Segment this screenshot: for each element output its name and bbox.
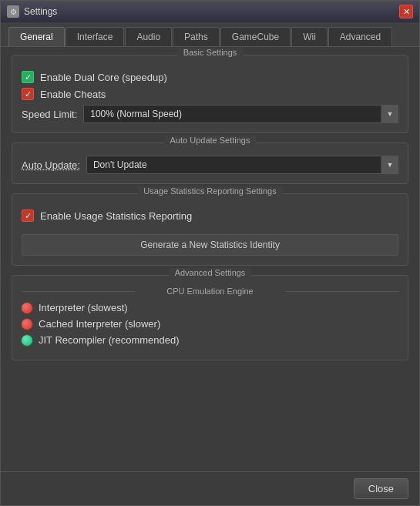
speed-limit-label: Speed Limit: (22, 109, 77, 120)
enable-dual-core-row: ✓ Enable Dual Core (speedup) (22, 71, 398, 83)
jit-recompiler-row: JIT Recompiler (recommended) (22, 334, 398, 346)
tab-interface[interactable]: Interface (66, 27, 125, 46)
tab-general[interactable]: General (8, 27, 65, 46)
auto-update-section: Auto Update Settings Auto Update: Don't … (12, 142, 408, 184)
check-mark-icon: ✓ (25, 73, 32, 82)
auto-update-select[interactable]: Don't Update (86, 156, 398, 174)
enable-dual-core-checkbox[interactable]: ✓ (22, 71, 34, 83)
main-content: Basic Settings ✓ Enable Dual Core (speed… (1, 47, 419, 471)
enable-cheats-label: Enable Cheats (40, 89, 106, 100)
auto-update-select-wrapper: Don't Update (86, 156, 398, 174)
enable-usage-stats-checkbox[interactable]: ✓ (22, 209, 34, 222)
title-bar-left: ⚙ Settings (7, 5, 57, 18)
basic-settings-section: Basic Settings ✓ Enable Dual Core (speed… (12, 55, 408, 133)
interpreter-label: Interpreter (slowest) (39, 302, 128, 313)
footer: Close (1, 471, 419, 505)
usage-stats-section: Usage Statistics Reporting Settings ✓ En… (12, 193, 408, 266)
window-title: Settings (24, 6, 57, 17)
tab-gamecube[interactable]: GameCube (220, 27, 291, 46)
interpreter-radio[interactable] (22, 303, 32, 313)
auto-update-label: Auto Update: (22, 159, 80, 171)
jit-recompiler-label: JIT Recompiler (recommended) (39, 334, 180, 346)
tab-paths[interactable]: Paths (173, 27, 220, 46)
usage-stats-title: Usage Statistics Reporting Settings (137, 186, 282, 196)
tab-advanced[interactable]: Advanced (328, 27, 392, 46)
enable-usage-stats-row: ✓ Enable Usage Statistics Reporting (22, 209, 398, 222)
enable-cheats-row: ✓ Enable Cheats (22, 88, 398, 100)
auto-update-title: Auto Update Settings (164, 136, 257, 145)
window-close-button[interactable]: ✕ (399, 5, 413, 18)
title-bar: ⚙ Settings ✕ (1, 1, 419, 22)
auto-update-row: Auto Update: Don't Update (22, 156, 398, 174)
tab-audio[interactable]: Audio (125, 27, 172, 46)
speed-limit-row: Speed Limit: 100% (Normal Speed) (22, 105, 398, 123)
enable-dual-core-label: Enable Dual Core (speedup) (40, 72, 167, 83)
tab-wii[interactable]: Wii (291, 27, 328, 46)
close-button[interactable]: Close (354, 478, 408, 499)
speed-limit-select[interactable]: 100% (Normal Speed) (83, 105, 398, 123)
advanced-settings-section: Advanced Settings CPU Emulation Engine I… (12, 275, 408, 360)
generate-stats-identity-button[interactable]: Generate a New Statistics Identity (22, 234, 398, 256)
check-mark-cheats-icon: ✓ (25, 90, 32, 99)
cached-interpreter-row: Cached Interpreter (slower) (22, 318, 398, 330)
basic-settings-title: Basic Settings (177, 48, 244, 57)
speed-limit-select-wrapper: 100% (Normal Speed) (83, 105, 398, 123)
advanced-settings-title: Advanced Settings (169, 268, 252, 277)
app-icon: ⚙ (7, 5, 19, 18)
cached-interpreter-radio[interactable] (22, 319, 32, 330)
enable-usage-stats-label: Enable Usage Statistics Reporting (40, 210, 192, 222)
tabs-bar: General Interface Audio Paths GameCube W… (1, 22, 419, 47)
interpreter-row: Interpreter (slowest) (22, 302, 398, 313)
settings-window: ⚙ Settings ✕ General Interface Audio Pat… (0, 0, 420, 506)
enable-cheats-checkbox[interactable]: ✓ (22, 88, 34, 100)
check-mark-stats-icon: ✓ (25, 212, 32, 220)
jit-recompiler-radio[interactable] (22, 335, 32, 346)
cached-interpreter-label: Cached Interpreter (slower) (39, 318, 160, 330)
cpu-emulation-subtitle: CPU Emulation Engine (22, 287, 398, 296)
